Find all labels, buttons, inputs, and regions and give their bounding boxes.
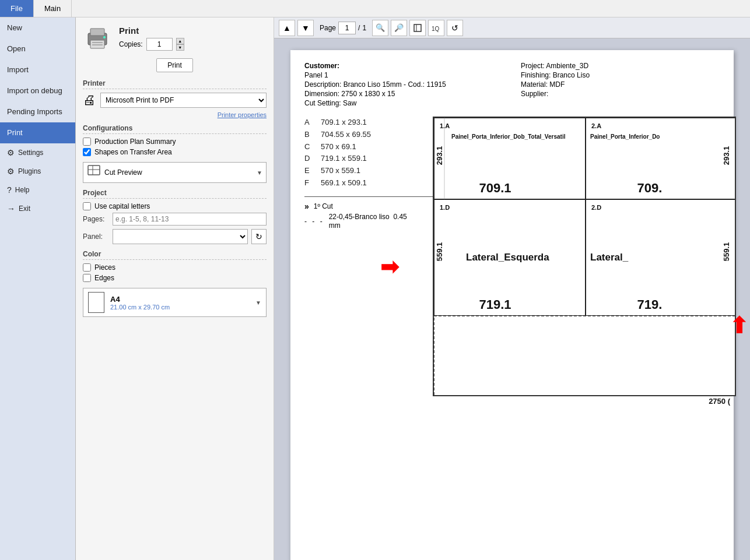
main-content-row: A 709.1 x 293.1 B 704.55 x 69.55 C 570 x… — [304, 117, 720, 396]
pages-input[interactable] — [113, 213, 267, 226]
sidebar-item-open[interactable]: Open — [0, 38, 75, 59]
edges-checkbox[interactable] — [83, 274, 91, 282]
info-grid: Customer: Panel 1 Description: Branco Li… — [304, 62, 720, 107]
svg-text:709.: 709. — [637, 181, 663, 195]
reset-view-button[interactable]: ↺ — [447, 20, 463, 36]
pieces-label: Pieces — [94, 263, 115, 272]
refresh-button[interactable]: ↻ — [251, 229, 267, 244]
copies-spinner: ▲ ▼ — [176, 38, 184, 51]
plugins-icon: ⚙ — [7, 167, 15, 176]
svg-text:2.D: 2.D — [591, 204, 601, 211]
help-icon: ? — [7, 185, 12, 195]
copies-up-btn[interactable]: ▲ — [176, 38, 184, 44]
pages-label: Pages: — [83, 215, 109, 223]
sidebar-item-settings[interactable]: ⚙ Settings — [0, 143, 75, 162]
svg-text:559.1: 559.1 — [722, 242, 731, 262]
zoom-in-button[interactable]: 🔎 — [391, 20, 407, 36]
up-red-arrow: ➡ — [726, 316, 750, 334]
svg-point-5 — [103, 36, 106, 38]
svg-rect-1 — [90, 29, 104, 36]
zoom-out-button[interactable]: 🔍 — [372, 20, 388, 36]
production-plan-row: Production Plan Summary — [83, 138, 267, 146]
sidebar-item-new[interactable]: New — [0, 17, 75, 38]
preview-area: ▲ ▼ Page / 1 🔍 🔎 1Q ↺ — [274, 17, 750, 560]
print-button[interactable]: Print — [156, 58, 193, 72]
sidebar-item-import[interactable]: Import — [0, 59, 75, 80]
cut-preview-icon — [87, 164, 101, 181]
page-up-button[interactable]: ▲ — [279, 20, 295, 36]
menu-tab-main[interactable]: Main — [34, 0, 72, 17]
printer-small-icon: 🖨 — [83, 93, 96, 108]
printer-properties-link[interactable]: Printer properties — [83, 111, 267, 118]
shapes-transfer-checkbox[interactable] — [83, 148, 91, 156]
preview-page: Customer: Panel 1 Description: Branco Li… — [290, 50, 734, 560]
page-separator: / — [358, 24, 360, 32]
page-input[interactable] — [338, 22, 356, 34]
part-row-c: C 570 x 69.1 — [304, 141, 433, 153]
svg-text:719.: 719. — [637, 297, 663, 312]
capital-letters-checkbox[interactable] — [83, 202, 91, 210]
svg-rect-16 — [434, 316, 736, 396]
edge-dash-icon: - - - — [304, 217, 324, 226]
shapes-transfer-row: Shapes on Transfer Area — [83, 148, 267, 156]
zoom-box-button[interactable] — [409, 20, 426, 36]
svg-text:Painel_Porta_Inferior_Dob_Tota: Painel_Porta_Inferior_Dob_Total_Versatil — [451, 133, 566, 140]
paper-icon — [88, 292, 104, 313]
copies-down-btn[interactable]: ▼ — [176, 44, 184, 51]
material-line: Material: MDF — [521, 80, 720, 89]
production-plan-checkbox[interactable] — [83, 138, 91, 146]
cut-preview-dropdown[interactable]: Cut Preview ▼ — [83, 162, 267, 183]
edges-label: Edges — [94, 274, 114, 282]
top-menu: File Main — [0, 0, 750, 17]
parts-panel: A 709.1 x 293.1 B 704.55 x 69.55 C 570 x… — [304, 117, 433, 396]
first-cut-label: 1º Cut — [314, 202, 333, 210]
paper-dropdown-arrow-icon[interactable]: ▼ — [255, 300, 261, 306]
menu-tab-file[interactable]: File — [0, 0, 34, 17]
sidebar-item-help[interactable]: ? Help — [0, 181, 75, 199]
page-down-button[interactable]: ▼ — [297, 20, 314, 36]
svg-rect-4 — [92, 44, 103, 45]
customer-line: Customer: — [304, 62, 503, 70]
zoom-fit-button[interactable]: 1Q — [428, 20, 444, 36]
sidebar-item-print[interactable]: Print — [0, 122, 75, 143]
panel-line: Panel 1 — [304, 71, 503, 79]
paper-size-row[interactable]: A4 21.00 cm x 29.70 cm ▼ — [83, 288, 267, 317]
preview-toolbar: ▲ ▼ Page / 1 🔍 🔎 1Q ↺ — [274, 17, 750, 38]
pieces-checkbox[interactable] — [83, 263, 91, 272]
production-plan-label: Production Plan Summary — [94, 138, 176, 146]
svg-text:293.1: 293.1 — [722, 146, 731, 165]
page-info: Page / 1 — [320, 22, 366, 34]
printer-select[interactable]: Microsoft Print to PDF — [100, 93, 267, 108]
copies-input[interactable] — [146, 38, 173, 51]
info-left: Customer: Panel 1 Description: Branco Li… — [304, 62, 503, 107]
copies-label: Copies: — [119, 40, 143, 48]
cut-preview-arrow-icon[interactable]: ▼ — [257, 170, 262, 176]
dimension-line: Dimension: 2750 x 1830 x 15 — [304, 90, 503, 98]
project-section-label: Project — [83, 189, 267, 199]
sidebar-item-plugins[interactable]: ⚙ Plugins — [0, 162, 75, 181]
control-panel: Print Copies: ▲ ▼ Print Printer 🖨 Micros… — [76, 17, 274, 560]
panel-select[interactable] — [113, 229, 248, 244]
parts-table: A 709.1 x 293.1 B 704.55 x 69.55 C 570 x… — [304, 117, 433, 189]
svg-text:1.D: 1.D — [440, 204, 450, 211]
settings-icon: ⚙ — [7, 148, 15, 157]
paper-dimensions: 21.00 cm x 29.70 cm — [110, 304, 250, 311]
part-row-a: A 709.1 x 293.1 — [304, 117, 433, 129]
printer-row: 🖨 Microsoft Print to PDF — [83, 93, 267, 108]
diagram-wrapper: 709.1 709. 293.1 293.1 559.1 559.1 — [433, 117, 736, 396]
edges-row: Edges — [83, 274, 267, 282]
supplier-line: Supplier: — [521, 90, 720, 98]
sidebar-item-pending-imports[interactable]: Pending Imports — [0, 101, 75, 122]
main-layout: New Open Import Import on debug Pending … — [0, 17, 750, 560]
preview-content: Customer: Panel 1 Description: Branco Li… — [274, 38, 750, 560]
parts-divider — [304, 196, 433, 197]
svg-rect-9 — [414, 24, 421, 31]
configurations-label: Configurations — [83, 124, 267, 134]
legend-edge: - - - 22-0,45-Branco liso 0.45mm — [304, 213, 433, 231]
legend-section: » 1º Cut - - - 22-0,45-Branco liso 0.45m… — [304, 202, 433, 231]
cut-diagram-svg: 709.1 709. 293.1 293.1 559.1 559.1 — [433, 117, 736, 396]
svg-text:719.1: 719.1 — [479, 297, 511, 312]
sidebar-item-exit[interactable]: → Exit — [0, 199, 75, 218]
page-label: Page — [320, 24, 336, 32]
sidebar-item-import-debug[interactable]: Import on debug — [0, 80, 75, 101]
